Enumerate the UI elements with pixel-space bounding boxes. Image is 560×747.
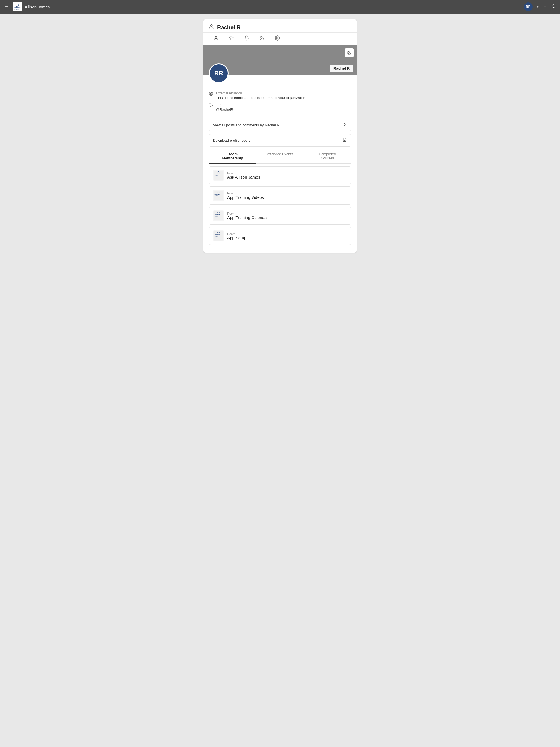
room-logo: ALLISON JAMES	[213, 190, 224, 201]
room-info: Room App Training Videos	[227, 192, 264, 200]
tab-settings[interactable]	[270, 32, 285, 45]
view-posts-label: View all posts and comments by Rachel R	[213, 123, 279, 127]
hamburger-menu[interactable]: ☰	[3, 3, 10, 11]
tab-rss[interactable]	[254, 32, 270, 45]
room-info: Room App Training Calendar	[227, 212, 268, 220]
svg-text:JAMES: JAMES	[215, 216, 218, 217]
profile-header-icon	[208, 24, 214, 31]
chevron-right-icon	[342, 122, 347, 128]
card-header: Rachel R	[203, 19, 357, 32]
tab-completed-courses[interactable]: CompletedCourses	[304, 149, 351, 163]
svg-point-4	[552, 5, 555, 8]
section-tab-bar: RoomMembership Attended Events Completed…	[209, 149, 351, 163]
tag-content: Tag @RachelRt	[216, 103, 234, 111]
edit-cover-button[interactable]	[345, 48, 354, 57]
room-name: App Training Calendar	[227, 215, 268, 220]
external-affiliation-label: External Affiliation	[216, 91, 306, 95]
svg-rect-8	[231, 38, 232, 40]
svg-point-7	[215, 36, 217, 38]
info-section: External Affiliation This user's email a…	[203, 89, 357, 119]
room-info: Room App Setup	[227, 232, 246, 240]
page-wrapper: Rachel R	[0, 14, 560, 258]
tag-label: Tag	[216, 103, 234, 107]
svg-point-9	[260, 40, 261, 40]
tag-row: Tag @RachelRt	[209, 103, 351, 111]
svg-text:JAMES: JAMES	[15, 8, 19, 10]
external-affiliation-row: External Affiliation This user's email a…	[209, 91, 351, 100]
svg-text:JAMES: JAMES	[215, 236, 218, 237]
tag-value: @RachelRt	[216, 107, 234, 111]
view-posts-button[interactable]: View all posts and comments by Rachel R	[209, 119, 351, 131]
avatar-dropdown-icon[interactable]: ▼	[536, 5, 539, 8]
svg-text:ALLISON: ALLISON	[14, 6, 21, 8]
search-button[interactable]	[551, 3, 557, 11]
user-avatar-nav[interactable]: RR	[524, 2, 533, 11]
svg-text:JAMES: JAMES	[215, 175, 218, 176]
profile-avatar: RR	[209, 63, 229, 83]
top-nav: ☰ ALLISON JAMES Allison James RR ▼ +	[0, 0, 560, 14]
room-item[interactable]: ALLISON JAMES Room App Training Calendar	[209, 207, 351, 225]
tab-room-membership[interactable]: RoomMembership	[209, 149, 256, 163]
app-logo: ALLISON JAMES	[12, 2, 22, 11]
svg-point-10	[277, 37, 278, 39]
room-type: Room	[227, 232, 246, 235]
room-list: ALLISON JAMES Room Ask Allison James ALL…	[203, 163, 357, 253]
room-logo: ALLISON JAMES	[213, 170, 224, 181]
room-name: App Training Videos	[227, 195, 264, 200]
room-item[interactable]: ALLISON JAMES Room App Training Videos	[209, 186, 351, 205]
room-item[interactable]: ALLISON JAMES Room Ask Allison James	[209, 166, 351, 184]
globe-icon	[209, 92, 213, 97]
profile-card: Rachel R	[203, 19, 357, 253]
add-button[interactable]: +	[543, 4, 547, 10]
tag-icon	[209, 103, 213, 109]
card-header-title: Rachel R	[217, 24, 240, 31]
room-item[interactable]: ALLISON JAMES Room App Setup	[209, 227, 351, 245]
svg-point-6	[210, 25, 212, 27]
room-type: Room	[227, 172, 260, 175]
room-name: App Setup	[227, 235, 246, 240]
svg-line-5	[555, 7, 556, 8]
room-type: Room	[227, 212, 268, 215]
nav-right-section: RR ▼ +	[524, 2, 557, 11]
nav-app-title: Allison James	[25, 5, 521, 9]
download-icon	[342, 137, 347, 143]
room-logo: ALLISON JAMES	[213, 210, 224, 221]
username-badge: Rachel R	[330, 65, 353, 72]
download-report-label: Download profile report	[213, 138, 250, 143]
room-name: Ask Allison James	[227, 175, 260, 179]
tab-attended-events[interactable]: Attended Events	[256, 149, 304, 163]
external-affiliation-value: This user's email address is external to…	[216, 96, 306, 100]
room-logo: ALLISON JAMES	[213, 231, 224, 241]
profile-tab-bar	[203, 32, 357, 45]
tab-home[interactable]	[224, 32, 239, 45]
room-info: Room Ask Allison James	[227, 172, 260, 179]
svg-text:JAMES: JAMES	[215, 196, 218, 197]
tab-notifications[interactable]	[239, 32, 254, 45]
download-report-button[interactable]: Download profile report	[209, 134, 351, 147]
avatar-area: RR	[203, 75, 357, 89]
room-type: Room	[227, 192, 264, 195]
tab-profile[interactable]	[208, 32, 224, 45]
external-affiliation-content: External Affiliation This user's email a…	[216, 91, 306, 100]
